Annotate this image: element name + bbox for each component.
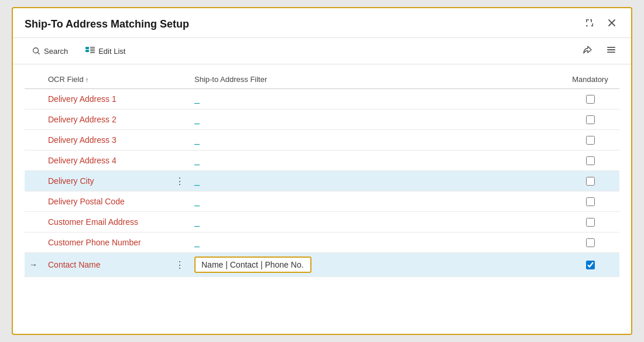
drag-handle[interactable]: [171, 212, 189, 232]
table-row[interactable]: Delivery City⋮_: [25, 171, 619, 191]
row-arrow: [25, 232, 42, 253]
search-icon: [32, 47, 40, 55]
mandatory-checkbox[interactable]: [586, 238, 595, 247]
mandatory-checkbox[interactable]: [586, 177, 595, 186]
drag-handle[interactable]: ⋮: [171, 253, 189, 277]
ocr-field-cell[interactable]: Delivery Address 4: [42, 151, 171, 171]
drag-handle[interactable]: [171, 232, 189, 253]
mandatory-cell: [561, 89, 619, 110]
svg-rect-7: [607, 47, 615, 48]
row-arrow: [25, 89, 42, 110]
share-button[interactable]: [580, 43, 596, 59]
row-arrow: [25, 191, 42, 212]
ocr-field-cell[interactable]: Delivery Postal Code: [42, 191, 171, 212]
mandatory-cell: [561, 212, 619, 232]
mandatory-cell: [561, 253, 619, 277]
ship-filter-header: Ship-to Address Filter: [189, 70, 561, 89]
close-button[interactable]: [604, 16, 619, 32]
mandatory-cell: [561, 151, 619, 171]
ship-to-address-dialog: Ship-To Address Matching Setup Sea: [12, 7, 632, 335]
mandatory-cell: [561, 110, 619, 130]
mandatory-cell: [561, 191, 619, 212]
svg-rect-5: [90, 50, 95, 52]
ocr-field-cell[interactable]: Delivery Address 1: [42, 89, 171, 110]
row-arrow: →: [25, 253, 42, 277]
table-row[interactable]: Delivery Address 1_: [25, 89, 619, 110]
ocr-field-cell[interactable]: Customer Email Address: [42, 212, 171, 232]
row-arrow: [25, 110, 42, 130]
row-arrow: [25, 130, 42, 151]
arrow-col-header: [25, 70, 42, 89]
mandatory-checkbox[interactable]: [586, 261, 595, 269]
ocr-field-cell[interactable]: Delivery City: [42, 171, 171, 191]
drag-handle[interactable]: [171, 89, 189, 110]
row-arrow: [25, 212, 42, 232]
edit-list-label: Edit List: [98, 47, 125, 56]
edit-list-icon: [85, 47, 95, 55]
ocr-field-header[interactable]: OCR Field: [42, 70, 171, 89]
mandatory-checkbox[interactable]: [586, 136, 595, 145]
ship-filter-cell[interactable]: _: [189, 130, 561, 151]
expand-icon: [584, 18, 595, 28]
ship-filter-cell[interactable]: _: [189, 110, 561, 130]
mandatory-cell: [561, 130, 619, 151]
mandatory-header: Mandatory: [561, 70, 619, 89]
table-row[interactable]: Delivery Address 4_: [25, 151, 619, 171]
toolbar: Search Edit List: [13, 38, 631, 64]
row-arrow: [25, 171, 42, 191]
mandatory-checkbox[interactable]: [586, 95, 595, 104]
row-arrow: [25, 151, 42, 171]
table-row[interactable]: Customer Email Address_: [25, 212, 619, 232]
ship-filter-cell[interactable]: _: [189, 151, 561, 171]
expand-button[interactable]: [582, 16, 597, 32]
ship-filter-cell[interactable]: _: [189, 171, 561, 191]
ship-filter-cell[interactable]: _: [189, 232, 561, 253]
drag-handle[interactable]: ⋮: [171, 171, 189, 191]
svg-rect-3: [90, 47, 95, 48]
mandatory-checkbox[interactable]: [586, 115, 595, 124]
drag-handle[interactable]: [171, 130, 189, 151]
svg-rect-8: [607, 49, 615, 50]
svg-rect-6: [90, 52, 95, 53]
ocr-field-cell[interactable]: Delivery Address 2: [42, 110, 171, 130]
drag-handle[interactable]: [171, 151, 189, 171]
ocr-field-cell[interactable]: Customer Phone Number: [42, 232, 171, 253]
search-button[interactable]: Search: [25, 43, 76, 59]
toolbar-left: Search Edit List: [25, 43, 133, 59]
mandatory-checkbox[interactable]: [586, 156, 595, 165]
dialog-title: Ship-To Address Matching Setup: [25, 18, 189, 30]
filter-value[interactable]: Name | Contact | Phone No.: [194, 256, 311, 273]
svg-rect-9: [607, 52, 615, 53]
menu-icon: [606, 45, 616, 55]
svg-rect-4: [90, 49, 95, 50]
ocr-field-cell[interactable]: Contact Name: [42, 253, 171, 277]
ocr-field-cell[interactable]: Delivery Address 3: [42, 130, 171, 151]
drag-handle[interactable]: [171, 110, 189, 130]
table-row[interactable]: Delivery Address 3_: [25, 130, 619, 151]
ship-filter-cell[interactable]: _: [189, 212, 561, 232]
edit-list-button[interactable]: Edit List: [78, 43, 133, 59]
table-row[interactable]: Delivery Postal Code_: [25, 191, 619, 212]
toolbar-right: [580, 43, 619, 59]
mandatory-cell: [561, 171, 619, 191]
close-icon: [607, 18, 617, 28]
ship-filter-cell[interactable]: Name | Contact | Phone No.: [189, 253, 561, 277]
title-actions: [582, 16, 619, 32]
menu-button[interactable]: [603, 43, 619, 59]
search-label: Search: [44, 47, 68, 56]
table-row[interactable]: Delivery Address 2_: [25, 110, 619, 130]
drag-col-header: [171, 70, 189, 89]
mandatory-checkbox[interactable]: [586, 197, 595, 206]
data-table: OCR Field Ship-to Address Filter Mandato…: [25, 70, 619, 277]
table-container: OCR Field Ship-to Address Filter Mandato…: [13, 64, 631, 334]
table-row[interactable]: Customer Phone Number_: [25, 232, 619, 253]
drag-handle[interactable]: [171, 191, 189, 212]
svg-rect-1: [85, 47, 89, 49]
mandatory-checkbox[interactable]: [586, 218, 595, 227]
table-row[interactable]: →Contact Name⋮Name | Contact | Phone No.: [25, 253, 619, 277]
svg-rect-2: [85, 50, 89, 52]
ship-filter-cell[interactable]: _: [189, 191, 561, 212]
mandatory-cell: [561, 232, 619, 253]
share-icon: [583, 45, 593, 55]
ship-filter-cell[interactable]: _: [189, 89, 561, 110]
